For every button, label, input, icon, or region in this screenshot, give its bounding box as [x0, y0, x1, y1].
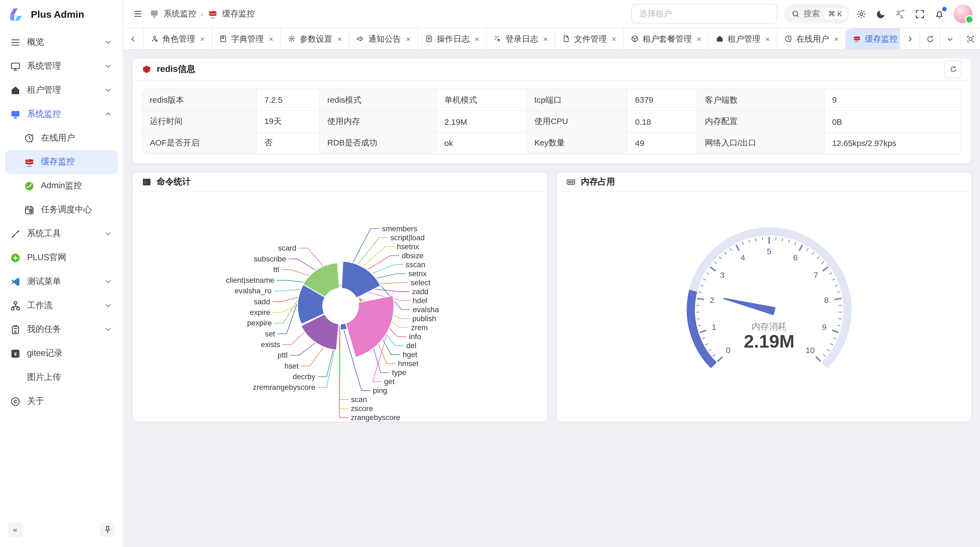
sidebar-item-0[interactable]: 概览: [5, 30, 118, 54]
info-label: 网络入口/出口: [697, 133, 824, 154]
sidebar-item-6[interactable]: Admin监控: [5, 174, 118, 198]
sidebar-footer: «: [0, 517, 123, 547]
tenant-select-input[interactable]: 选择租户: [631, 4, 777, 24]
gauge-minor-tick: [742, 242, 743, 245]
info-value: 否: [257, 133, 320, 154]
tab-menu-chevron-button[interactable]: [940, 28, 960, 49]
tab-文件管理[interactable]: 文件管理×: [555, 28, 624, 49]
gauge-tick-label: 7: [814, 271, 818, 280]
tabs-scroll-right-button[interactable]: [899, 28, 920, 49]
chevron-down-icon: [104, 38, 113, 46]
notifications-bell-icon[interactable]: [934, 8, 945, 19]
tab-缓存监控[interactable]: redis缓存监控×: [846, 28, 899, 49]
sidebar-item-label: 缓存监控: [41, 156, 113, 167]
close-tab-icon[interactable]: ×: [269, 34, 273, 43]
close-tab-icon[interactable]: ×: [697, 34, 701, 43]
close-tab-icon[interactable]: ×: [200, 34, 204, 43]
settings-gear-icon[interactable]: [856, 8, 867, 19]
sidebar-item-10[interactable]: 测试菜单: [5, 270, 118, 293]
slice-label-zrangebyscore: zrangebyscore: [351, 413, 400, 422]
tab-操作日志[interactable]: 操作日志×: [418, 28, 487, 49]
chevron-down-icon: [104, 301, 113, 310]
gauge-minor-tick: [696, 305, 700, 306]
breadcrumb-item[interactable]: 系统监控: [164, 8, 196, 20]
sidebar-item-label: 系统监控: [27, 108, 104, 120]
info-label: redis模式: [320, 89, 437, 110]
sidebar-item-4[interactable]: 在线用户: [5, 126, 118, 150]
chevron-up-icon: [104, 110, 113, 118]
slice-label-client|setname: client|setname: [226, 276, 274, 285]
fullscreen-icon[interactable]: [915, 8, 925, 19]
tab-租户套餐管理[interactable]: 租户套餐管理×: [624, 28, 709, 49]
close-tab-icon[interactable]: ×: [337, 34, 342, 43]
ram-icon: [566, 177, 576, 187]
close-tab-icon[interactable]: ×: [834, 34, 838, 43]
close-tab-icon[interactable]: ×: [765, 34, 770, 43]
tab-字典管理[interactable]: 字典管理×: [212, 28, 281, 49]
gauge-minor-tick: [700, 285, 703, 286]
sidebar-item-11[interactable]: 工作流: [5, 293, 118, 317]
info-value: 49: [627, 133, 697, 154]
breadcrumb: 系统监控 › redis 缓存监控: [149, 8, 255, 20]
sidebar-item-5[interactable]: redis缓存监控: [5, 150, 118, 174]
sidebar-item-14[interactable]: 图片上传: [5, 365, 118, 389]
slice-label-scard: scard: [278, 244, 296, 252]
translate-icon[interactable]: 文A: [895, 8, 906, 19]
info-value: 7.2.5: [257, 89, 320, 110]
tab-参数设置[interactable]: 参数设置×: [281, 28, 349, 49]
sidebar-item-label: 图片上传: [27, 372, 113, 383]
slice-label-sadd: sadd: [254, 297, 270, 306]
redis-info-card: redis信息 redis版本7.2.5redis模式单机模式tcp端口6379…: [132, 58, 971, 164]
close-tab-icon[interactable]: ×: [474, 34, 479, 43]
info-label: tcp端口: [527, 89, 627, 110]
info-value: 0.18: [627, 111, 697, 132]
sidebar-item-13[interactable]: ¥gitee记录: [5, 341, 118, 365]
gauge-minor-tick: [835, 285, 838, 286]
gauge-tick-label: 3: [720, 271, 725, 280]
dark-mode-moon-icon[interactable]: [875, 8, 886, 19]
home-solid-icon: [716, 35, 724, 43]
gauge-major-tick: [816, 357, 821, 362]
refresh-tab-button[interactable]: [920, 28, 940, 49]
gauge-minor-tick: [795, 242, 796, 245]
tab-通知公告[interactable]: 通知公告×: [349, 28, 418, 49]
gauge-minor-tick: [838, 319, 842, 319]
user-avatar[interactable]: [954, 4, 972, 23]
tab-在线用户[interactable]: 在线用户×: [778, 28, 846, 49]
sidebar-item-9[interactable]: PLUS官网: [5, 246, 118, 270]
gauge-value: 2.19M: [744, 331, 794, 352]
gauge-tick-label: 5: [767, 247, 772, 256]
sidebar-item-2[interactable]: 租户管理: [5, 78, 118, 102]
close-tab-icon[interactable]: ×: [543, 34, 548, 43]
online-status-dot: [965, 15, 974, 24]
app-title: Plus Admin: [31, 9, 84, 20]
slice-label-ttl: ttl: [273, 265, 279, 274]
breadcrumb-item-current: 缓存监控: [222, 8, 255, 20]
sidebar-item-12[interactable]: 我的任务: [5, 317, 118, 341]
info-value: 19天: [257, 111, 320, 132]
sidebar-item-15[interactable]: 关于: [5, 389, 118, 413]
tab-租户管理[interactable]: 租户管理×: [709, 28, 778, 49]
slice-label-zremrangebyscore: zremrangebyscore: [253, 383, 315, 392]
hamburger-icon[interactable]: [133, 9, 143, 19]
sidebar-item-3[interactable]: 系统监控: [5, 102, 118, 126]
top-bar: 系统监控 › redis 缓存监控 选择租户 搜索 ⌘ K: [123, 0, 980, 28]
sidebar-item-1[interactable]: 系统管理: [5, 54, 118, 78]
slice-label-hset: hset: [285, 362, 299, 370]
gauge-major-tick: [710, 267, 716, 271]
info-label: RDB是否成功: [320, 133, 437, 154]
sidebar-item-label: 我的任务: [27, 324, 104, 335]
refresh-redis-info-button[interactable]: [944, 61, 962, 78]
close-tab-icon[interactable]: ×: [612, 34, 616, 43]
tab-角色管理[interactable]: 角色管理×: [143, 28, 212, 49]
sidebar-item-7[interactable]: 任务调度中心: [5, 198, 118, 222]
maximize-content-button[interactable]: [960, 28, 980, 49]
slice-label-type: type: [392, 368, 406, 377]
close-tab-icon[interactable]: ×: [406, 34, 410, 43]
tab-登录日志[interactable]: 登录日志×: [487, 28, 555, 49]
pin-sidebar-button[interactable]: [100, 522, 115, 537]
search-button[interactable]: 搜索 ⌘ K: [783, 4, 850, 23]
tabs-scroll-left-button[interactable]: [123, 28, 143, 49]
sidebar-item-8[interactable]: 系统工具: [5, 222, 118, 246]
collapse-sidebar-button[interactable]: «: [8, 522, 22, 537]
